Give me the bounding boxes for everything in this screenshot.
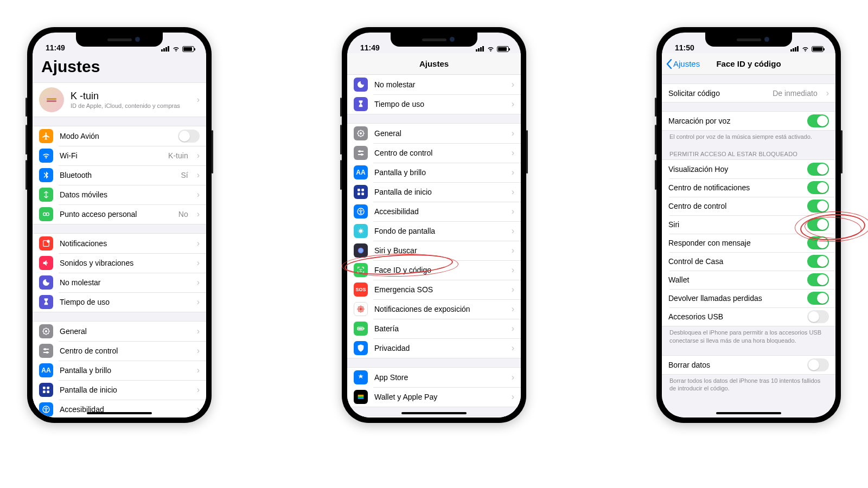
svg-rect-13	[47, 387, 49, 389]
svg-point-30	[359, 229, 363, 233]
svg-rect-0	[47, 98, 56, 100]
settings-row[interactable]: Siri	[662, 215, 835, 234]
settings-row[interactable]: Control de Casa	[662, 252, 835, 271]
settings-row[interactable]: Borrar datos	[662, 356, 835, 374]
settings-row[interactable]: Tiempo de uso›	[33, 292, 206, 312]
settings-row[interactable]: Notificaciones de exposición›	[347, 299, 521, 319]
settings-row[interactable]: Sonidos y vibraciones›	[33, 253, 206, 273]
wifi-icon	[39, 149, 53, 163]
toggle[interactable]	[807, 200, 829, 213]
settings-row[interactable]: General›	[33, 322, 206, 341]
sounds-icon	[39, 256, 53, 270]
row-label: Centro de notificaciones	[668, 183, 801, 192]
settings-row[interactable]: Responder con mensaje	[662, 234, 835, 252]
section-header: PERMITIR ACCESO AL ESTAR BLOQUEADO	[662, 148, 835, 159]
settings-row[interactable]: Marcación por voz	[662, 112, 835, 130]
settings-row[interactable]: Centro de control	[662, 197, 835, 215]
chevron-right-icon: ›	[512, 99, 514, 109]
settings-row[interactable]: Centro de notificaciones	[662, 178, 835, 197]
svg-rect-45	[363, 328, 364, 330]
row-label: Batería	[374, 324, 503, 333]
settings-row[interactable]: Siri y Buscar›	[347, 241, 521, 260]
toggle[interactable]	[807, 114, 829, 127]
settings-row[interactable]: Notificaciones›	[33, 234, 206, 253]
settings-row[interactable]: BluetoothSí›	[33, 165, 206, 185]
toggle[interactable]	[807, 273, 829, 286]
settings-group-passwords: Contraseñas›	[347, 416, 521, 418]
settings-row[interactable]: Accesibilidad›	[33, 400, 206, 418]
row-label: Face ID y código	[374, 266, 503, 274]
settings-row[interactable]: Centro de control›	[347, 143, 521, 163]
toggle[interactable]	[807, 255, 829, 268]
home-indicator[interactable]	[87, 412, 152, 414]
toggle[interactable]	[807, 218, 829, 231]
svg-rect-14	[43, 390, 46, 393]
settings-row[interactable]: AAPantalla y brillo›	[33, 361, 206, 380]
row-label: Pantalla de inicio	[374, 188, 503, 196]
home-indicator[interactable]	[716, 412, 781, 414]
toggle[interactable]	[178, 130, 200, 143]
phone-frame-1: 11:49 Ajustes K -tuin ID de Apple, iClou…	[27, 27, 212, 423]
back-button[interactable]: Ajustes	[666, 59, 700, 69]
settings-row[interactable]: SOSEmergencia SOS›	[347, 280, 521, 299]
settings-row[interactable]: Pantalla de inicio›	[33, 380, 206, 400]
settings-row[interactable]: Face ID y código›	[347, 260, 521, 280]
svg-rect-49	[358, 397, 364, 399]
settings-row[interactable]: Wi-FiK-tuin›	[33, 146, 206, 165]
settings-row[interactable]: Privacidad›	[347, 338, 521, 358]
settings-row[interactable]: Wallet	[662, 271, 835, 289]
settings-row[interactable]: General›	[347, 124, 521, 143]
settings-row[interactable]: Accesorios USB	[662, 307, 835, 326]
settings-row[interactable]: Solicitar códigoDe inmediato›	[662, 84, 835, 102]
toggle[interactable]	[807, 163, 829, 176]
dnd-icon	[354, 78, 368, 92]
settings-row[interactable]: Centro de control›	[33, 341, 206, 361]
home-screen-icon	[39, 383, 53, 397]
settings-row[interactable]: Tiempo de uso›	[347, 94, 521, 114]
settings-row[interactable]: Wallet y Apple Pay›	[347, 387, 521, 407]
chevron-right-icon: ›	[512, 373, 514, 382]
settings-row[interactable]: App Store›	[347, 368, 521, 387]
settings-row[interactable]: Batería›	[347, 319, 521, 338]
wifi-icon	[801, 46, 809, 52]
row-label: Visualización Hoy	[668, 165, 801, 174]
settings-group-erase: Borrar datos	[662, 355, 835, 375]
chevron-right-icon: ›	[197, 385, 200, 395]
settings-row[interactable]: Punto acceso personalNo›	[33, 204, 206, 224]
settings-row[interactable]: Accesibilidad›	[347, 202, 521, 221]
row-label: Wi-Fi	[60, 151, 162, 160]
control-center-icon	[39, 344, 53, 358]
row-value: Sí	[181, 171, 188, 179]
screentime-icon	[354, 97, 368, 111]
status-indicators	[161, 46, 194, 52]
svg-point-41	[362, 306, 363, 308]
settings-row[interactable]: No molestar›	[347, 75, 521, 94]
row-label: Fondo de pantalla	[374, 227, 503, 235]
row-label: Pantalla y brillo	[374, 168, 503, 177]
settings-row[interactable]: Modo Avión	[33, 126, 206, 146]
toggle[interactable]	[807, 181, 829, 194]
settings-row[interactable]: Pantalla de inicio›	[347, 182, 521, 202]
settings-group-connectivity: Modo AviónWi-FiK-tuin›BluetoothSí›Datos …	[33, 126, 206, 224]
settings-row[interactable]: Contraseñas›	[347, 416, 521, 418]
settings-row[interactable]: No molestar›	[33, 273, 206, 292]
row-label: Privacidad	[374, 344, 503, 352]
settings-row[interactable]: Devolver llamadas perdidas	[662, 289, 835, 307]
toggle[interactable]	[807, 236, 829, 249]
apple-id-row[interactable]: K -tuin ID de Apple, iCloud, contenido y…	[33, 83, 206, 117]
home-indicator[interactable]	[401, 412, 467, 414]
status-indicators	[790, 46, 824, 52]
svg-rect-25	[361, 189, 364, 191]
row-label: Pantalla de inicio	[60, 386, 188, 394]
toggle[interactable]	[807, 310, 829, 323]
toggle[interactable]	[807, 358, 829, 371]
settings-group-voice-dial: Marcación por voz	[662, 111, 835, 131]
settings-row[interactable]: AAPantalla y brillo›	[347, 163, 521, 182]
settings-row[interactable]: Datos móviles›	[33, 185, 206, 204]
settings-row[interactable]: Visualización Hoy	[662, 160, 835, 178]
settings-row[interactable]: Fondo de pantalla›	[347, 221, 521, 241]
toggle[interactable]	[807, 292, 829, 305]
chevron-right-icon: ›	[512, 343, 514, 353]
row-label: Bluetooth	[60, 171, 174, 179]
svg-point-39	[362, 309, 364, 310]
